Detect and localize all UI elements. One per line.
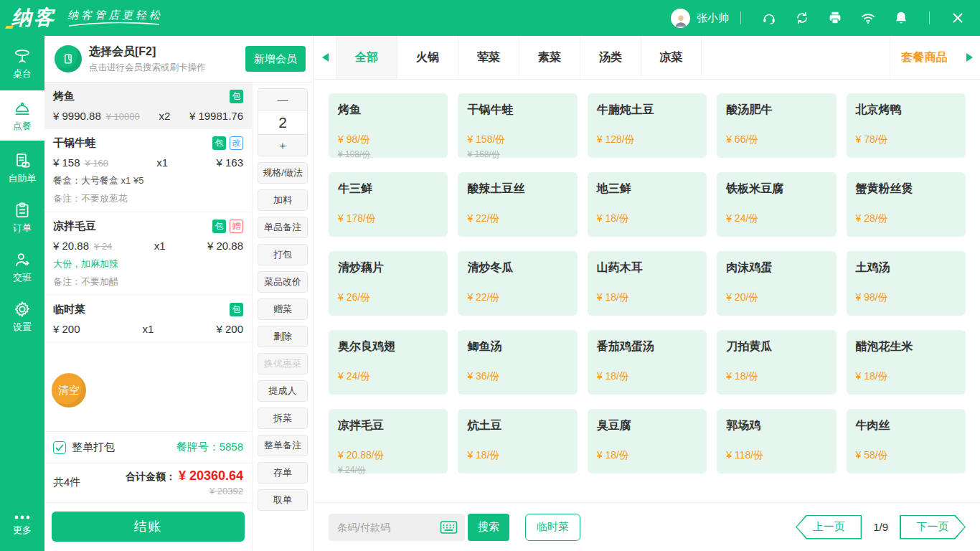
cart-item[interactable]: 凉拌毛豆 包赠 ¥ 20.88 ¥ 24 x1 ¥ 20.88 大份，加麻加辣 … xyxy=(44,212,252,296)
action-button[interactable]: 规格/做法 xyxy=(258,162,308,184)
action-button[interactable]: 删除 xyxy=(258,326,308,347)
cloud-sync-icon[interactable] xyxy=(794,10,810,26)
search-button[interactable]: 搜索 xyxy=(468,514,509,541)
menu-item-price: ¥ 18/份 xyxy=(726,370,758,383)
menu-item-card[interactable]: 清炒冬瓜 ¥ 22/份 xyxy=(458,251,577,316)
next-page-button[interactable]: 下一页 xyxy=(900,515,966,540)
gear-icon xyxy=(13,300,32,319)
sidebar-item-table[interactable]: 桌台 xyxy=(0,41,44,85)
prev-page-button[interactable]: 上一页 xyxy=(796,515,862,540)
bell-icon[interactable] xyxy=(893,10,909,26)
close-icon[interactable] xyxy=(950,10,966,26)
menu-item-card[interactable]: 烤鱼 ¥ 98/份 ¥ 108/份 xyxy=(329,93,448,158)
check-icon xyxy=(55,443,64,452)
category-tab[interactable]: 凉菜 xyxy=(641,36,702,79)
menu-item-price: ¥ 22/份 xyxy=(467,212,499,225)
cart-item-amount: ¥ 19981.76 xyxy=(189,110,243,122)
sidebar-item-order-list[interactable]: 订单 xyxy=(0,195,44,240)
menu-item-card[interactable]: 酸汤肥牛 ¥ 66/份 xyxy=(717,93,836,158)
menu-item-name: 清炒藕片 xyxy=(338,260,438,276)
brand-accent xyxy=(5,26,14,29)
tab-combo-products[interactable]: 套餐商品 xyxy=(890,36,958,79)
menu-item-card[interactable]: 奥尔良鸡翅 ¥ 24/份 xyxy=(329,330,448,395)
pack-all-checkbox[interactable] xyxy=(53,441,66,454)
menu-item-card[interactable]: 牛三鲜 ¥ 178/份 xyxy=(329,172,448,237)
menu-item-card[interactable]: 铁板米豆腐 ¥ 24/份 xyxy=(717,172,836,237)
menu-item-card[interactable]: 蟹黄粉丝煲 ¥ 28/份 xyxy=(847,172,966,237)
checkout-button[interactable]: 结账 xyxy=(52,512,245,542)
menu-item-name: 郭场鸡 xyxy=(726,418,826,433)
cart-item[interactable]: 干锅牛蛙 包改 ¥ 158 ¥ 168 x1 ¥ 163 餐盒：大号餐盒 x1 … xyxy=(44,129,252,212)
tabs-scroll-left[interactable] xyxy=(314,36,336,79)
menu-item-card[interactable]: 土鸡汤 ¥ 98/份 xyxy=(847,251,966,316)
tabs-scroll-right[interactable] xyxy=(958,36,980,79)
menu-item-card[interactable]: 臭豆腐 ¥ 18/份 xyxy=(588,409,707,474)
sidebar-item-cloche[interactable]: 点餐 xyxy=(0,90,44,141)
sidebar-item-more[interactable]: 更多 xyxy=(0,507,44,544)
category-tab[interactable]: 汤类 xyxy=(580,36,641,79)
action-button[interactable]: 存单 xyxy=(258,462,308,484)
category-tab[interactable]: 全部 xyxy=(336,36,397,79)
cart-item-name: 临时菜 xyxy=(53,303,85,316)
pack-badge: 包 xyxy=(230,90,243,103)
menu-item-card[interactable]: 番茄鸡蛋汤 ¥ 18/份 xyxy=(588,330,707,395)
category-tab[interactable]: 火锅 xyxy=(397,36,458,79)
temp-dish-button[interactable]: 临时菜 xyxy=(525,514,580,541)
action-button[interactable]: 赠菜 xyxy=(258,298,308,320)
headset-icon[interactable] xyxy=(761,10,777,26)
add-member-button[interactable]: 新增会员 xyxy=(245,46,306,72)
sidebar-item-shift-person[interactable]: 交班 xyxy=(0,245,44,289)
menu-item-card[interactable]: 牛腩炖土豆 ¥ 128/份 xyxy=(588,93,707,158)
menu-item-card[interactable]: 山药木耳 ¥ 18/份 xyxy=(588,251,707,316)
menu-item-card[interactable]: 郭场鸡 ¥ 118/份 xyxy=(717,409,836,474)
quantity-plus-button[interactable]: + xyxy=(258,135,307,156)
menu-item-card[interactable]: 干锅牛蛙 ¥ 158/份 ¥ 168/份 xyxy=(458,93,577,158)
action-button[interactable]: 取单 xyxy=(258,489,308,511)
menu-item-card[interactable]: 凉拌毛豆 ¥ 20.88/份 ¥ 24/份 xyxy=(329,409,448,474)
sidebar-item-self-order[interactable]: 自助单 xyxy=(0,146,44,190)
action-button: 换优惠菜 xyxy=(258,353,308,375)
menu-item-card[interactable]: 醋泡花生米 ¥ 18/份 xyxy=(847,330,966,395)
sidebar-item-gear[interactable]: 设置 xyxy=(0,294,44,339)
menu-item-price: ¥ 20/份 xyxy=(726,291,758,304)
sidebar-item-label: 自助单 xyxy=(9,172,37,185)
cart-item[interactable]: 临时菜 包 ¥ 200 x1 ¥ 200 xyxy=(44,296,252,342)
keyboard-icon[interactable] xyxy=(440,519,458,535)
cart-item-addon: 餐盒：大号餐盒 x1 ¥5 xyxy=(53,174,243,187)
action-button[interactable]: 加料 xyxy=(258,189,308,211)
pack-all-label: 整单打包 xyxy=(72,441,115,454)
category-tab[interactable]: 荤菜 xyxy=(458,36,519,79)
menu-item-price: ¥ 58/份 xyxy=(856,449,888,462)
menu-item-card[interactable]: 刀拍黄瓜 ¥ 18/份 xyxy=(717,330,836,395)
clear-cart-button[interactable]: 清空 xyxy=(52,373,86,408)
menu-item-card[interactable]: 炕土豆 ¥ 18/份 xyxy=(458,409,577,474)
panel-body: 烤鱼 包 ¥ 9990.88 ¥ 10000 x2 ¥ 19981.76 干锅牛… xyxy=(44,83,313,551)
menu-item-card[interactable]: 清炒藕片 ¥ 26/份 xyxy=(329,251,448,316)
printer-icon[interactable] xyxy=(827,10,843,26)
action-button[interactable]: 单品备注 xyxy=(258,217,308,238)
action-button[interactable]: 菜品改价 xyxy=(258,271,308,293)
category-tab[interactable]: 素菜 xyxy=(519,36,580,79)
wifi-icon[interactable] xyxy=(860,10,876,26)
member-subtitle: 点击进行会员搜索或刷卡操作 xyxy=(89,62,206,74)
member-select-area[interactable]: 选择会员[F2] 点击进行会员搜索或刷卡操作 xyxy=(89,44,206,74)
menu-item-card[interactable]: 酸辣土豆丝 ¥ 22/份 xyxy=(458,172,577,237)
table-icon xyxy=(13,47,32,65)
menu-item-card[interactable]: 牛肉丝 ¥ 58/份 xyxy=(847,409,966,474)
user-chip[interactable]: 张小帅 xyxy=(671,9,729,28)
menu-item-price: ¥ 18/份 xyxy=(856,370,888,383)
topbar: 纳客 纳客管店更轻松 张小帅 xyxy=(0,0,980,36)
menu-item-price: ¥ 158/份 xyxy=(467,133,505,146)
cart-column: 烤鱼 包 ¥ 9990.88 ¥ 10000 x2 ¥ 19981.76 干锅牛… xyxy=(44,83,253,551)
quantity-minus-button[interactable]: — xyxy=(258,89,307,110)
menu-item-card[interactable]: 肉沫鸡蛋 ¥ 20/份 xyxy=(717,251,836,316)
action-button[interactable]: 提成人 xyxy=(258,380,308,402)
cart-item[interactable]: 烤鱼 包 ¥ 9990.88 ¥ 10000 x2 ¥ 19981.76 xyxy=(44,83,252,129)
menu-item-card[interactable]: 北京烤鸭 ¥ 78/份 xyxy=(847,93,966,158)
action-button[interactable]: 拆菜 xyxy=(258,408,308,429)
brand-logo: 纳客 xyxy=(11,4,56,32)
action-button[interactable]: 整单备注 xyxy=(258,435,308,456)
action-button[interactable]: 打包 xyxy=(258,244,308,265)
menu-item-card[interactable]: 鲫鱼汤 ¥ 36/份 xyxy=(458,330,577,395)
menu-item-card[interactable]: 地三鲜 ¥ 18/份 xyxy=(588,172,707,237)
